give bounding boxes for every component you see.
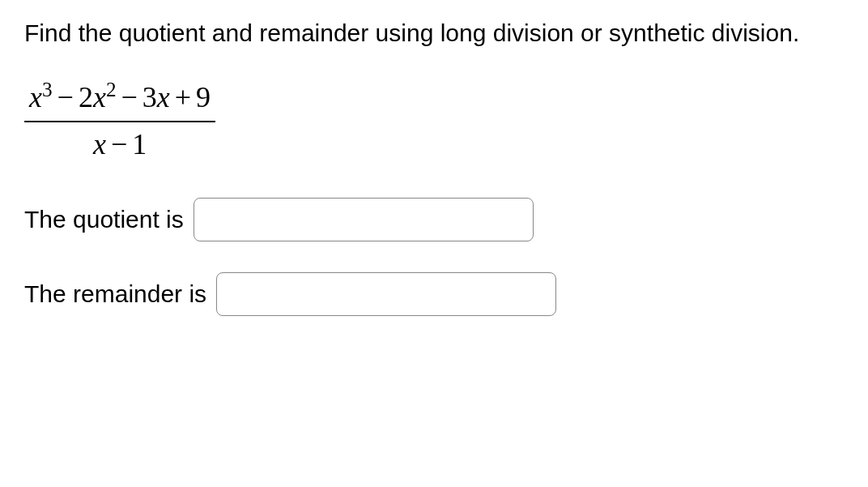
numerator: x3−2x2−3x+9 xyxy=(24,79,215,121)
quotient-label: The quotient is xyxy=(24,206,184,233)
denominator: x−1 xyxy=(24,121,215,161)
remainder-input[interactable] xyxy=(216,272,556,316)
remainder-label: The remainder is xyxy=(24,280,206,308)
quotient-input[interactable] xyxy=(194,198,534,241)
remainder-row: The remainder is xyxy=(24,272,844,316)
instruction-text: Find the quotient and remainder using lo… xyxy=(24,16,844,50)
quotient-row: The quotient is xyxy=(24,198,844,241)
division-expression: x3−2x2−3x+9 x−1 xyxy=(24,79,215,161)
